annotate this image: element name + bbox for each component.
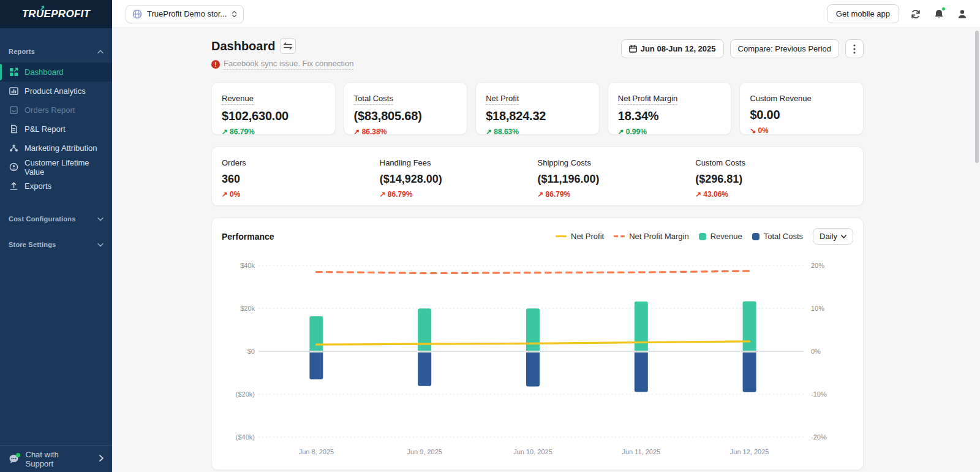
kpi-delta: ↗88.63% [486, 128, 589, 136]
kpi-card-net-profit-margin[interactable]: Net Profit Margin 18.34% ↗0.99% [608, 82, 732, 135]
trend-up-icon: ↗ [222, 190, 228, 199]
customer-icon [9, 162, 18, 172]
square-swatch [699, 233, 706, 240]
page-scrollbar[interactable] [975, 31, 979, 163]
chat-bubble-icon [9, 454, 20, 464]
performance-chart-card: Performance Net Profit Net Profit Margin… [211, 218, 864, 470]
legend-net-profit[interactable]: Net Profit [556, 232, 604, 241]
chevron-right-icon [99, 454, 104, 463]
kpi-value: 18.34% [618, 109, 722, 123]
metric-orders[interactable]: Orders 360 ↗0% [222, 157, 380, 196]
kpi-delta: ↗0.99% [618, 128, 722, 136]
refresh-icon[interactable] [909, 7, 922, 21]
svg-text:$20k: $20k [240, 305, 255, 312]
kpi-value: $102,630.00 [222, 109, 325, 123]
logo-arrow-icon: ➚ [38, 3, 46, 13]
page-title: Dashboard [211, 39, 275, 53]
svg-text:-20%: -20% [811, 433, 827, 441]
sidebar: TRU➚EPROFIT Reports Dashboard Product An… [0, 0, 112, 472]
trend-down-icon: ↘ [750, 126, 756, 135]
legend-total-costs[interactable]: Total Costs [752, 232, 803, 241]
interval-dropdown[interactable]: Daily [813, 228, 853, 245]
chevron-down-icon [97, 241, 104, 248]
chart-legend: Net Profit Net Profit Margin Revenue Tot… [556, 232, 803, 241]
trend-up-icon: ↗ [618, 128, 624, 136]
chevron-up-icon [97, 48, 104, 55]
kpi-delta: ↘0% [750, 126, 853, 135]
section-reports[interactable]: Reports [0, 44, 112, 59]
store-selector[interactable]: TrueProfit Demo stor... [126, 5, 244, 23]
legend-net-profit-margin[interactable]: Net Profit Margin [614, 232, 689, 241]
svg-text:Jun 11, 2025: Jun 11, 2025 [622, 448, 660, 455]
sidebar-item-product-analytics[interactable]: Product Analytics [0, 82, 112, 101]
notifications-bell-icon[interactable] [932, 7, 946, 21]
date-range-button[interactable]: Jun 08-Jun 12, 2025 [621, 39, 724, 58]
svg-text:$40k: $40k [240, 262, 255, 269]
svg-text:Jun 9, 2025: Jun 9, 2025 [407, 448, 442, 455]
kpi-value: $0.00 [750, 108, 853, 122]
page-header: Dashboard ! Facebook sync issue. Fix con… [211, 38, 864, 70]
square-swatch [752, 233, 760, 240]
kpi-delta: ↗86.79% [222, 128, 325, 136]
online-dot [16, 453, 20, 457]
secondary-metrics-card: Orders 360 ↗0% Handling Fees ($14,928.00… [211, 147, 864, 206]
swap-layout-icon[interactable] [280, 38, 296, 54]
globe-icon [132, 9, 142, 19]
svg-text:($20k): ($20k) [236, 390, 255, 398]
trueprofit-logo: TRU➚EPROFIT [22, 8, 91, 20]
svg-text:10%: 10% [811, 305, 824, 312]
metric-custom-costs[interactable]: Custom Costs ($296.81) ↗43.06% [695, 157, 853, 196]
trend-up-icon: ↗ [380, 190, 386, 199]
account-avatar-icon[interactable] [956, 7, 969, 21]
more-options-kebab-icon[interactable] [845, 39, 864, 58]
facebook-sync-warning[interactable]: ! Facebook sync issue. Fix connection [211, 59, 353, 70]
sidebar-item-customer-lifetime-value[interactable]: Customer Lifetime Value [0, 158, 112, 177]
alert-icon: ! [211, 60, 220, 69]
attribution-network-icon [9, 143, 18, 153]
kpi-card-total-costs[interactable]: Total Costs ($83,805.68) ↗86.38% [344, 82, 468, 135]
sidebar-item-orders-report[interactable]: Orders Report [0, 101, 112, 120]
trend-up-icon: ↗ [695, 190, 701, 199]
svg-text:Jun 12, 2025: Jun 12, 2025 [730, 448, 769, 455]
metric-handling-fees[interactable]: Handling Fees ($14,928.00) ↗86.79% [380, 157, 538, 196]
bar-chart-icon [9, 86, 18, 96]
document-icon [9, 124, 18, 134]
sidebar-item-pl-report[interactable]: P&L Report [0, 120, 112, 139]
svg-text:0%: 0% [811, 348, 821, 355]
trend-up-icon: ↗ [354, 128, 360, 136]
logo-area[interactable]: TRU➚EPROFIT [0, 0, 112, 28]
get-mobile-app-button[interactable]: Get mobile app [827, 4, 899, 23]
trend-up-icon: ↗ [222, 128, 228, 136]
kpi-value: ($83,805.68) [354, 109, 458, 123]
legend-revenue[interactable]: Revenue [699, 232, 742, 241]
kpi-row: Revenue $102,630.00 ↗86.79% Total Costs … [211, 82, 864, 135]
compare-period-button[interactable]: Compare: Previous Period [730, 39, 839, 58]
trend-up-icon: ↗ [486, 128, 492, 136]
sidebar-item-marketing-attribution[interactable]: Marketing Attribution [0, 139, 112, 158]
chevron-down-icon [97, 215, 104, 223]
topbar: TrueProfit Demo stor... Get mobile app [112, 0, 980, 28]
metric-shipping-costs[interactable]: Shipping Costs ($11,196.00) ↗86.79% [538, 157, 696, 196]
calendar-icon [629, 45, 637, 53]
line-swatch [556, 235, 567, 237]
dashboard-grid-icon [9, 67, 18, 77]
kpi-delta: ↗86.38% [354, 128, 458, 136]
kpi-card-net-profit[interactable]: Net Profit $18,824.32 ↗88.63% [475, 82, 600, 135]
svg-text:Jun 8, 2025: Jun 8, 2025 [299, 448, 334, 455]
sidebar-item-exports[interactable]: Exports [0, 177, 112, 196]
section-store-settings[interactable]: Store Settings [0, 237, 112, 252]
kpi-card-revenue[interactable]: Revenue $102,630.00 ↗86.79% [211, 82, 336, 135]
kpi-value: $18,824.32 [486, 109, 589, 123]
sidebar-item-dashboard[interactable]: Dashboard [0, 63, 112, 82]
dashed-swatch [614, 235, 625, 237]
trend-up-icon: ↗ [538, 190, 544, 199]
svg-text:-10%: -10% [811, 390, 827, 398]
svg-text:20%: 20% [811, 262, 824, 269]
main-content: Dashboard ! Facebook sync issue. Fix con… [112, 28, 980, 472]
notification-dot [941, 7, 946, 11]
kpi-card-custom-revenue[interactable]: Custom Revenue $0.00 ↘0% [739, 82, 864, 135]
dropdown-caret-icon [841, 235, 846, 238]
performance-chart[interactable]: $40k20%$20k10%$00%($20k)-10%($40k)-20%Ju… [222, 253, 853, 466]
section-cost-configurations[interactable]: Cost Configurations [0, 211, 112, 226]
chat-with-support[interactable]: Chat with Support [0, 445, 112, 472]
